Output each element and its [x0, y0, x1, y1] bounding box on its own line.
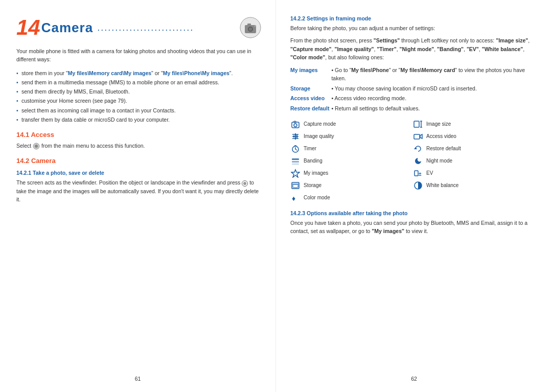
- svg-rect-31: [414, 121, 419, 127]
- icon-row-quality: Image quality: [290, 131, 413, 142]
- section-14-1-body: Select from the main menu to access this…: [16, 142, 261, 150]
- bullet-list: store them in your "My files\Memory card…: [16, 69, 261, 124]
- feature-label-restore-default: Restore default: [290, 104, 331, 114]
- white-balance-icon: [413, 180, 423, 191]
- svg-text:♦: ♦: [292, 194, 295, 202]
- icon-row-storage: Storage: [290, 180, 413, 191]
- section-14-2-2-body: From the photo shot screen, press "Setti…: [290, 36, 536, 61]
- chapter-intro: Your mobile phone is fitted with a camer…: [16, 47, 261, 64]
- svg-marker-36: [420, 134, 422, 139]
- color-mode-label: Color mode: [304, 195, 330, 200]
- feature-desc-storage: • You may choose saving location if micr…: [331, 84, 536, 94]
- icon-row-timer: Timer: [290, 144, 413, 154]
- chapter-title: Camera: [41, 20, 93, 36]
- svg-text:±: ±: [419, 171, 422, 177]
- capture-mode-icon: [290, 119, 301, 129]
- svg-point-9: [243, 182, 246, 185]
- icon-row-access-video: Access video: [413, 131, 536, 142]
- svg-line-21: [295, 149, 297, 150]
- feature-row: Restore default • Return all settings to…: [290, 104, 536, 114]
- section-14-2-3-body: Once you have taken a photo, you can sen…: [290, 219, 536, 236]
- svg-point-5: [255, 26, 256, 27]
- section-14-2-heading: 14.2 Camera: [16, 157, 261, 165]
- icon-row-white-balance: White balance: [413, 180, 536, 191]
- camera-icon: [240, 17, 261, 38]
- banding-icon: [290, 156, 301, 166]
- bullet-item: transfer them by data cable or microSD c…: [16, 116, 261, 124]
- my-images-icon: [290, 168, 301, 178]
- icon-row-color-mode: ♦ Color mode: [290, 193, 413, 203]
- storage-icon: [290, 180, 301, 191]
- bullet-item: select them as incoming call image to a …: [16, 106, 261, 114]
- icons-left-col: Capture mode Image quality: [290, 119, 413, 205]
- image-quality-label: Image quality: [304, 133, 334, 139]
- svg-marker-37: [414, 147, 417, 149]
- icons-right-col: Image size Access video: [413, 119, 536, 205]
- feature-label-my-images: My images: [290, 65, 331, 84]
- left-page: 14 Camera ........................... Yo…: [0, 0, 276, 392]
- svg-rect-25: [292, 164, 299, 165]
- section-14-2-2-heading: 14.2.2 Settings in framing mode: [290, 15, 536, 21]
- section-14-2-3-heading: 14.2.3 Options available after taking th…: [290, 210, 536, 216]
- svg-point-3: [249, 28, 252, 31]
- svg-rect-24: [292, 161, 299, 163]
- svg-rect-23: [292, 158, 299, 160]
- icon-row-capture: Capture mode: [290, 119, 413, 129]
- white-balance-label: White balance: [426, 182, 458, 188]
- color-mode-icon: ♦: [290, 193, 301, 203]
- feature-row: My images • Go to "My files\Phone" or "M…: [290, 65, 536, 84]
- ev-label: EV: [426, 170, 433, 176]
- svg-marker-26: [291, 170, 300, 177]
- svg-rect-4: [247, 24, 251, 26]
- chapter-dots: ...........................: [97, 22, 240, 33]
- feature-row: Access video • Access video recording mo…: [290, 94, 536, 104]
- image-size-icon: [413, 119, 423, 129]
- features-table: My images • Go to "My files\Phone" or "M…: [290, 65, 536, 114]
- svg-rect-28: [293, 185, 298, 188]
- ev-icon: ±: [413, 168, 423, 178]
- bullet-item: send them in a multimedia message (MMS) …: [16, 78, 261, 86]
- icon-row-ev: ± EV: [413, 168, 536, 178]
- capture-mode-label: Capture mode: [304, 121, 336, 127]
- my-images-label: My images: [304, 170, 328, 176]
- bullet-item: send them directly by MMS, Email, Blueto…: [16, 87, 261, 96]
- icon-row-my-images: My images: [290, 168, 413, 178]
- feature-label-access-video: Access video: [290, 94, 331, 104]
- right-page-number: 62: [411, 376, 417, 382]
- chapter-header: 14 Camera ...........................: [16, 15, 261, 40]
- icon-row-banding: Banding: [290, 156, 413, 166]
- image-quality-icon: [290, 131, 301, 142]
- timer-icon: [290, 144, 301, 154]
- banding-label: Banding: [304, 158, 323, 164]
- icons-section: Capture mode Image quality: [290, 119, 536, 205]
- icon-row-night-mode: Night mode: [413, 156, 536, 166]
- feature-desc-restore-default: • Return all settings to default values.: [331, 104, 536, 114]
- shutter-icon: [242, 180, 248, 187]
- night-mode-label: Night mode: [426, 158, 452, 164]
- feature-label-storage: Storage: [290, 84, 331, 94]
- icon-row-image-size: Image size: [413, 119, 536, 129]
- feature-row: Storage • You may choose saving location…: [290, 84, 536, 94]
- icon-row-restore-default: Restore default: [413, 144, 536, 154]
- left-page-number: 61: [135, 376, 141, 382]
- svg-point-7: [35, 145, 38, 148]
- page-container: 14 Camera ........................... Yo…: [0, 0, 552, 392]
- access-video-icon: [413, 131, 423, 142]
- svg-rect-35: [414, 134, 420, 139]
- bullet-item: store them in your "My files\Memory card…: [16, 69, 261, 77]
- feature-desc-access-video: • Access video recording mode.: [331, 94, 536, 104]
- section-14-1-heading: 14.1 Access: [16, 131, 261, 139]
- bullet-item: customise your Home screen (see page 79)…: [16, 97, 261, 105]
- storage-label: Storage: [304, 182, 321, 188]
- restore-default-label: Restore default: [426, 146, 461, 151]
- timer-label: Timer: [304, 146, 316, 151]
- chapter-number: 14: [16, 15, 40, 40]
- section-14-2-1-body: The screen acts as the viewfinder. Posit…: [16, 178, 261, 203]
- restore-default-icon: [413, 144, 423, 154]
- night-mode-icon: [413, 156, 423, 166]
- right-page: 14.2.2 Settings in framing mode Before t…: [276, 0, 552, 392]
- access-video-label: Access video: [426, 133, 456, 139]
- menu-icon: [33, 143, 40, 150]
- feature-desc-my-images: • Go to "My files\Phone" or "My files\Me…: [331, 65, 536, 84]
- section-14-2-1-heading: 14.2.1 Take a photo, save or delete: [16, 170, 261, 176]
